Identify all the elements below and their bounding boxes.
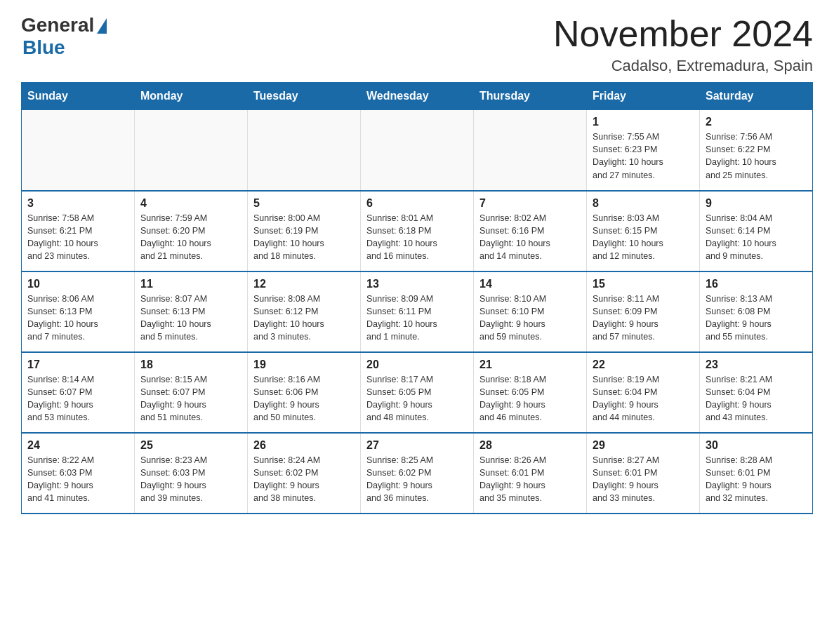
calendar-cell: 23Sunrise: 8:21 AMSunset: 6:04 PMDayligh… <box>700 352 813 433</box>
title-block: November 2024 Cadalso, Extremadura, Spai… <box>553 14 813 75</box>
day-number: 26 <box>253 439 355 452</box>
calendar-cell: 21Sunrise: 8:18 AMSunset: 6:05 PMDayligh… <box>474 352 587 433</box>
day-info: Sunrise: 8:06 AMSunset: 6:13 PMDaylight:… <box>27 293 128 344</box>
calendar-cell <box>248 110 361 191</box>
day-info: Sunrise: 8:07 AMSunset: 6:13 PMDaylight:… <box>140 293 241 344</box>
calendar-cell <box>361 110 474 191</box>
calendar-cell: 26Sunrise: 8:24 AMSunset: 6:02 PMDayligh… <box>248 433 361 514</box>
day-info: Sunrise: 8:03 AMSunset: 6:15 PMDaylight:… <box>593 212 694 263</box>
day-number: 22 <box>593 358 694 371</box>
calendar-cell: 22Sunrise: 8:19 AMSunset: 6:04 PMDayligh… <box>587 352 700 433</box>
day-info: Sunrise: 8:08 AMSunset: 6:12 PMDaylight:… <box>253 293 355 344</box>
day-info: Sunrise: 8:14 AMSunset: 6:07 PMDaylight:… <box>27 373 128 424</box>
calendar-cell: 24Sunrise: 8:22 AMSunset: 6:03 PMDayligh… <box>22 433 135 514</box>
day-number: 7 <box>479 197 581 210</box>
day-number: 8 <box>593 197 694 210</box>
calendar-cell <box>474 110 587 191</box>
day-info: Sunrise: 8:18 AMSunset: 6:05 PMDaylight:… <box>479 373 581 424</box>
calendar-cell: 4Sunrise: 7:59 AMSunset: 6:20 PMDaylight… <box>135 191 248 271</box>
calendar-cell: 8Sunrise: 8:03 AMSunset: 6:15 PMDaylight… <box>587 191 700 271</box>
logo-blue-text: Blue <box>22 36 65 59</box>
calendar-cell: 11Sunrise: 8:07 AMSunset: 6:13 PMDayligh… <box>135 271 248 352</box>
day-number: 30 <box>706 439 807 452</box>
day-info: Sunrise: 8:02 AMSunset: 6:16 PMDaylight:… <box>479 212 581 263</box>
calendar-cell: 3Sunrise: 7:58 AMSunset: 6:21 PMDaylight… <box>22 191 135 271</box>
calendar-week-row: 3Sunrise: 7:58 AMSunset: 6:21 PMDaylight… <box>22 191 813 271</box>
day-number: 16 <box>706 278 807 290</box>
calendar-week-row: 24Sunrise: 8:22 AMSunset: 6:03 PMDayligh… <box>22 433 813 514</box>
day-info: Sunrise: 7:59 AMSunset: 6:20 PMDaylight:… <box>140 212 241 263</box>
weekday-header-sunday: Sunday <box>22 83 135 110</box>
day-number: 3 <box>27 197 128 210</box>
calendar-week-row: 17Sunrise: 8:14 AMSunset: 6:07 PMDayligh… <box>22 352 813 433</box>
calendar-cell: 16Sunrise: 8:13 AMSunset: 6:08 PMDayligh… <box>700 271 813 352</box>
day-number: 1 <box>593 116 694 128</box>
day-info: Sunrise: 8:28 AMSunset: 6:01 PMDaylight:… <box>706 454 807 505</box>
day-number: 4 <box>140 197 241 210</box>
day-number: 23 <box>706 358 807 371</box>
calendar-cell <box>135 110 248 191</box>
day-info: Sunrise: 8:09 AMSunset: 6:11 PMDaylight:… <box>366 293 468 344</box>
day-info: Sunrise: 8:01 AMSunset: 6:18 PMDaylight:… <box>366 212 468 263</box>
day-number: 5 <box>253 197 355 210</box>
weekday-header-tuesday: Tuesday <box>248 83 361 110</box>
day-info: Sunrise: 8:11 AMSunset: 6:09 PMDaylight:… <box>593 293 694 344</box>
day-number: 27 <box>366 439 468 452</box>
day-info: Sunrise: 8:15 AMSunset: 6:07 PMDaylight:… <box>140 373 241 424</box>
weekday-header-wednesday: Wednesday <box>361 83 474 110</box>
calendar-cell: 29Sunrise: 8:27 AMSunset: 6:01 PMDayligh… <box>587 433 700 514</box>
calendar-cell: 18Sunrise: 8:15 AMSunset: 6:07 PMDayligh… <box>135 352 248 433</box>
calendar-cell: 10Sunrise: 8:06 AMSunset: 6:13 PMDayligh… <box>22 271 135 352</box>
day-info: Sunrise: 8:00 AMSunset: 6:19 PMDaylight:… <box>253 212 355 263</box>
day-number: 21 <box>479 358 581 371</box>
day-info: Sunrise: 7:58 AMSunset: 6:21 PMDaylight:… <box>27 212 128 263</box>
day-number: 25 <box>140 439 241 452</box>
calendar-cell: 9Sunrise: 8:04 AMSunset: 6:14 PMDaylight… <box>700 191 813 271</box>
day-number: 29 <box>593 439 694 452</box>
day-number: 17 <box>27 358 128 371</box>
weekday-header-saturday: Saturday <box>700 83 813 110</box>
month-title: November 2024 <box>553 14 813 54</box>
logo-triangle-icon <box>97 18 107 34</box>
day-number: 13 <box>366 278 468 290</box>
calendar-cell: 5Sunrise: 8:00 AMSunset: 6:19 PMDaylight… <box>248 191 361 271</box>
weekday-header-row: SundayMondayTuesdayWednesdayThursdayFrid… <box>22 83 813 110</box>
day-number: 14 <box>479 278 581 290</box>
calendar-cell: 28Sunrise: 8:26 AMSunset: 6:01 PMDayligh… <box>474 433 587 514</box>
day-number: 11 <box>140 278 241 290</box>
calendar-cell: 30Sunrise: 8:28 AMSunset: 6:01 PMDayligh… <box>700 433 813 514</box>
day-info: Sunrise: 7:56 AMSunset: 6:22 PMDaylight:… <box>706 130 807 182</box>
day-number: 6 <box>366 197 468 210</box>
calendar-cell: 13Sunrise: 8:09 AMSunset: 6:11 PMDayligh… <box>361 271 474 352</box>
calendar-cell: 14Sunrise: 8:10 AMSunset: 6:10 PMDayligh… <box>474 271 587 352</box>
calendar-cell: 25Sunrise: 8:23 AMSunset: 6:03 PMDayligh… <box>135 433 248 514</box>
day-number: 2 <box>706 116 807 128</box>
calendar-cell: 17Sunrise: 8:14 AMSunset: 6:07 PMDayligh… <box>22 352 135 433</box>
day-number: 28 <box>479 439 581 452</box>
calendar-cell: 27Sunrise: 8:25 AMSunset: 6:02 PMDayligh… <box>361 433 474 514</box>
calendar-cell: 6Sunrise: 8:01 AMSunset: 6:18 PMDaylight… <box>361 191 474 271</box>
calendar-cell: 1Sunrise: 7:55 AMSunset: 6:23 PMDaylight… <box>587 110 700 191</box>
calendar-week-row: 10Sunrise: 8:06 AMSunset: 6:13 PMDayligh… <box>22 271 813 352</box>
day-info: Sunrise: 8:17 AMSunset: 6:05 PMDaylight:… <box>366 373 468 424</box>
calendar-cell: 15Sunrise: 8:11 AMSunset: 6:09 PMDayligh… <box>587 271 700 352</box>
calendar-table: SundayMondayTuesdayWednesdayThursdayFrid… <box>21 82 813 514</box>
weekday-header-friday: Friday <box>587 83 700 110</box>
logo-general-text: General <box>21 14 94 36</box>
day-info: Sunrise: 8:19 AMSunset: 6:04 PMDaylight:… <box>593 373 694 424</box>
day-info: Sunrise: 8:27 AMSunset: 6:01 PMDaylight:… <box>593 454 694 505</box>
day-info: Sunrise: 8:22 AMSunset: 6:03 PMDaylight:… <box>27 454 128 505</box>
day-info: Sunrise: 8:13 AMSunset: 6:08 PMDaylight:… <box>706 293 807 344</box>
day-number: 24 <box>27 439 128 452</box>
day-number: 10 <box>27 278 128 290</box>
day-info: Sunrise: 8:04 AMSunset: 6:14 PMDaylight:… <box>706 212 807 263</box>
weekday-header-monday: Monday <box>135 83 248 110</box>
day-info: Sunrise: 8:21 AMSunset: 6:04 PMDaylight:… <box>706 373 807 424</box>
calendar-cell: 19Sunrise: 8:16 AMSunset: 6:06 PMDayligh… <box>248 352 361 433</box>
calendar-cell: 7Sunrise: 8:02 AMSunset: 6:16 PMDaylight… <box>474 191 587 271</box>
calendar-cell: 2Sunrise: 7:56 AMSunset: 6:22 PMDaylight… <box>700 110 813 191</box>
page-header: General Blue November 2024 Cadalso, Extr… <box>21 14 813 75</box>
day-info: Sunrise: 8:16 AMSunset: 6:06 PMDaylight:… <box>253 373 355 424</box>
day-info: Sunrise: 8:24 AMSunset: 6:02 PMDaylight:… <box>253 454 355 505</box>
calendar-cell: 20Sunrise: 8:17 AMSunset: 6:05 PMDayligh… <box>361 352 474 433</box>
